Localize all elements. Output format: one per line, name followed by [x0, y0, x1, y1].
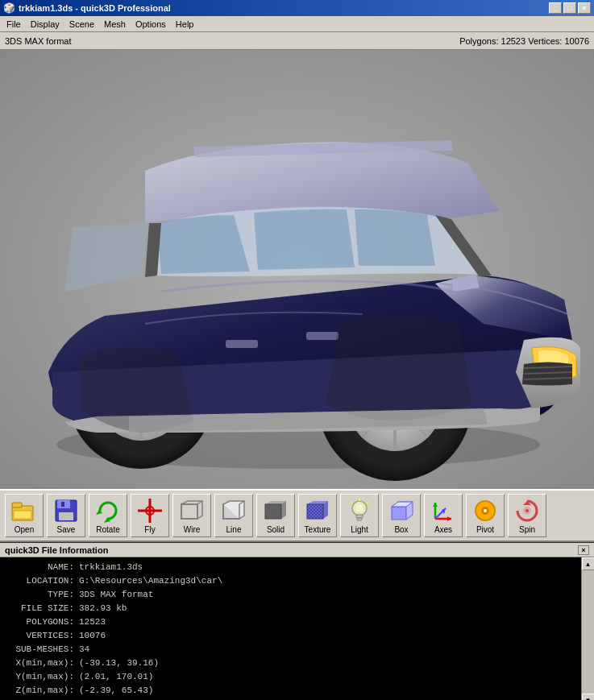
info-row: TYPE:3DS MAX format	[6, 588, 575, 602]
menu-options[interactable]: Options	[131, 18, 171, 31]
menu-help[interactable]: Help	[171, 18, 199, 31]
svg-rect-60	[392, 507, 406, 520]
menu-mesh[interactable]: Mesh	[99, 18, 131, 31]
info-field-value: (-2.39, 65.43)	[79, 684, 153, 698]
svg-rect-51	[307, 504, 323, 519]
light-label: Light	[351, 525, 368, 534]
menu-file[interactable]: File	[2, 18, 26, 31]
info-field-value: G:\Resources\Amazing3d\car\	[79, 574, 222, 588]
svg-point-37	[148, 509, 152, 512]
title-text: trkkiam1.3ds - quick3D Professional	[19, 3, 171, 13]
line-icon	[221, 498, 247, 524]
svg-rect-54	[356, 515, 363, 518]
wire-icon	[179, 498, 205, 524]
save-icon	[53, 498, 79, 524]
scroll-up-button[interactable]: ▲	[582, 557, 595, 570]
fly-button[interactable]: Fly	[131, 494, 169, 537]
info-scrollbar[interactable]: ▲ ▼	[581, 557, 594, 700]
pivot-button[interactable]: Pivot	[466, 494, 505, 537]
info-field-value: 12523	[79, 615, 106, 629]
svg-rect-27	[14, 511, 31, 519]
spin-icon	[514, 498, 540, 524]
info-field-label: NAME:	[6, 561, 79, 574]
svg-rect-23	[226, 340, 258, 348]
info-field-value: (2.01, 170.01)	[79, 670, 153, 684]
close-button[interactable]: ×	[578, 2, 591, 14]
fly-icon	[137, 498, 163, 524]
solid-button[interactable]: Solid	[256, 494, 295, 537]
info-field-label: X(min,max):	[6, 657, 79, 670]
rotate-button[interactable]: Rotate	[89, 494, 127, 537]
save-button[interactable]: Save	[47, 494, 85, 537]
info-field-value: 10076	[79, 629, 106, 643]
title-bar-left: 🎲 trkkiam1.3ds - quick3D Professional	[3, 2, 171, 14]
info-field-label: Z(min,max):	[6, 684, 79, 698]
svg-rect-45	[265, 504, 281, 519]
info-field-label: Y(min,max):	[6, 670, 79, 684]
info-field-label: SUB-MESHES:	[6, 643, 79, 657]
axes-label: Axes	[434, 525, 452, 534]
texture-button[interactable]: Texture	[298, 494, 337, 537]
menu-bar: File Display Scene Mesh Options Help	[0, 16, 594, 32]
menu-display[interactable]: Display	[26, 18, 64, 31]
info-row: LOCATION:G:\Resources\Amazing3d\car\	[6, 574, 575, 588]
svg-line-57	[351, 502, 352, 503]
line-button[interactable]: Line	[214, 494, 253, 537]
info-row: FILE SIZE:382.93 kb	[6, 602, 575, 615]
svg-rect-38	[181, 504, 197, 519]
menu-scene[interactable]: Scene	[64, 18, 99, 31]
svg-marker-33	[96, 510, 102, 515]
save-label: Save	[57, 525, 76, 534]
info-row: Y(min,max):(2.01, 170.01)	[6, 670, 575, 684]
scroll-down-button[interactable]: ▼	[582, 694, 595, 700]
info-field-value: trkkiam1.3ds	[79, 561, 143, 574]
info-field-value: 3DS MAX format	[79, 588, 153, 602]
box-icon	[388, 498, 414, 524]
info-panel-container: quick3D File Information × NAME:trkkiam1…	[0, 541, 594, 700]
info-row: VERTICES:10076	[6, 629, 575, 643]
pivot-icon	[472, 498, 498, 524]
box-button[interactable]: Box	[382, 494, 421, 537]
info-row: POLYGONS:12523	[6, 615, 575, 629]
svg-rect-26	[12, 503, 22, 507]
info-row: NAME:trkkiam1.3ds	[6, 561, 575, 574]
rotate-label: Rotate	[96, 525, 119, 534]
maximize-button[interactable]: □	[563, 2, 576, 14]
light-icon-svg	[347, 498, 372, 524]
svg-point-69	[484, 509, 487, 512]
info-row: Z(min,max):(-2.39, 65.43)	[6, 684, 575, 698]
wire-label: Wire	[184, 525, 201, 534]
open-button[interactable]: Open	[5, 494, 44, 537]
app-icon: 🎲	[3, 2, 15, 14]
pivot-label: Pivot	[476, 525, 494, 534]
info-field-label: POLYGONS:	[6, 615, 79, 629]
info-panel-header: quick3D File Information ×	[0, 543, 594, 557]
info-field-label: VERTICES:	[6, 629, 79, 643]
svg-marker-64	[433, 503, 438, 507]
light-button[interactable]: Light	[340, 494, 379, 537]
minimize-button[interactable]: _	[549, 2, 562, 14]
spin-button[interactable]: Spin	[508, 494, 546, 537]
info-row: SUB-MESHES:34	[6, 643, 575, 657]
texture-label: Texture	[305, 525, 331, 534]
solid-label: Solid	[267, 525, 285, 534]
title-controls: _ □ ×	[549, 2, 591, 14]
info-row: X(min,max):(-39.13, 39.16)	[6, 657, 575, 670]
toolbar: Open Save Rotate	[0, 489, 594, 541]
info-field-value: 382.93 kb	[79, 602, 127, 615]
info-field-value: (-39.13, 39.16)	[79, 657, 159, 670]
line-label: Line	[226, 525, 242, 534]
info-field-label: FILE SIZE:	[6, 602, 79, 615]
box-label: Box	[394, 525, 408, 534]
poly-vertex-info: Polygons: 12523 Vertices: 10076	[459, 36, 589, 46]
scroll-track[interactable]	[582, 570, 595, 694]
info-field-value: 34	[79, 643, 89, 657]
axes-button[interactable]: Axes	[424, 494, 463, 537]
car-scene-svg	[0, 50, 594, 489]
viewport[interactable]	[0, 50, 594, 489]
svg-marker-62	[447, 516, 451, 521]
wire-button[interactable]: Wire	[172, 494, 211, 537]
svg-rect-24	[306, 332, 339, 340]
info-close-button[interactable]: ×	[578, 545, 589, 555]
svg-rect-31	[61, 502, 64, 507]
